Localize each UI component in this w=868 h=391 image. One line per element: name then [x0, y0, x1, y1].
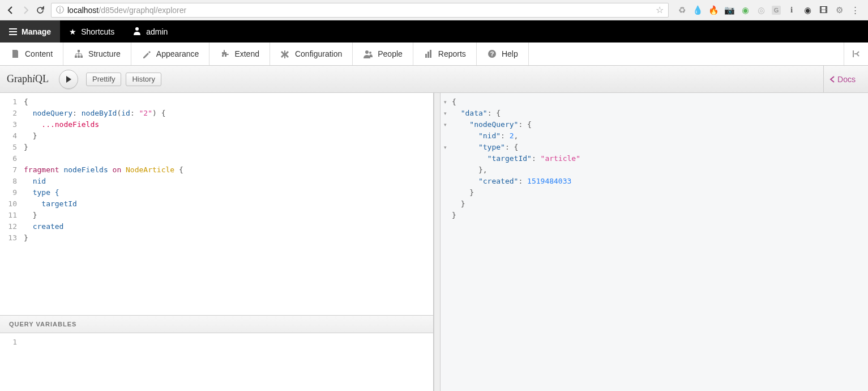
menu-help[interactable]: ? Help	[477, 42, 529, 65]
execute-button[interactable]	[59, 70, 78, 89]
docs-button[interactable]: Docs	[823, 66, 861, 92]
result-json[interactable]: { "data": { "nodeQuery": { "nid": 2, "ty…	[441, 93, 868, 221]
extension-icons: ♻ 💧 🔥 📷 ◉ ◎ G i ◉ 🎞 ⚙ ⋮	[672, 5, 865, 15]
url-path: /d85dev/graphql/explorer	[99, 6, 186, 15]
menu-reports[interactable]: Reports	[413, 42, 477, 65]
browser-toolbar: ⓘ localhost/d85dev/graphql/explorer ☆ ♻ …	[0, 0, 868, 20]
svg-point-6	[369, 52, 371, 54]
menu-label: Help	[502, 49, 518, 58]
svg-text:?: ?	[490, 50, 494, 57]
camera-icon[interactable]: 📷	[724, 5, 734, 15]
shortcuts-menu[interactable]: ★ Shortcuts	[60, 20, 123, 42]
back-button[interactable]	[3, 3, 18, 18]
configuration-icon	[280, 49, 290, 59]
url-host: localhost	[67, 6, 99, 15]
line-gutter: ▾1 2 3 4 5 6 ▾7 8 9 10 11 12 13	[0, 93, 20, 315]
info-icon[interactable]: i	[786, 5, 797, 15]
graphiql-toolbar: GraphiQL Prettify History Docs	[0, 66, 868, 93]
menu-structure[interactable]: Structure	[63, 42, 131, 65]
extend-icon	[220, 49, 230, 59]
menu-people[interactable]: People	[353, 42, 413, 65]
chevron-left-icon	[829, 76, 835, 83]
reload-button[interactable]	[33, 3, 48, 18]
drupal-admin-menu: Content Structure Appearance Extend Conf…	[0, 42, 868, 66]
user-icon	[132, 26, 142, 37]
result-pane: ▾▾▾▾ { "data": { "nodeQuery": { "nid": 2…	[441, 93, 868, 391]
star-icon: ★	[69, 27, 76, 36]
query-code[interactable]: { nodeQuery: nodeById(id: "2") { ...node…	[20, 93, 183, 315]
menu-dots-icon[interactable]: ⋮	[850, 5, 860, 15]
svg-rect-9	[430, 50, 431, 58]
menu-extend[interactable]: Extend	[209, 42, 270, 65]
help-icon: ?	[487, 49, 497, 59]
menu-label: People	[378, 49, 403, 58]
svg-rect-3	[78, 56, 80, 58]
hamburger-icon	[9, 28, 17, 35]
graphiql-body: ▾1 2 3 4 5 6 ▾7 8 9 10 11 12 13 { nodeQu…	[0, 93, 868, 391]
target-icon[interactable]: ◉	[802, 5, 813, 15]
query-variables-header[interactable]: Query Variables	[0, 315, 433, 333]
docs-label: Docs	[837, 75, 856, 84]
menu-label: Appearance	[156, 49, 199, 58]
drupal-icon[interactable]: 💧	[692, 5, 703, 15]
recycle-icon[interactable]: ♻	[677, 5, 687, 15]
result-fold-gutter: ▾▾▾▾	[444, 93, 447, 153]
people-icon	[363, 49, 373, 59]
menu-content[interactable]: Content	[0, 42, 63, 65]
collapse-toolbar-button[interactable]	[844, 42, 868, 65]
circle-icon[interactable]: ◉	[740, 5, 750, 15]
ring-icon[interactable]: ◎	[756, 5, 766, 15]
query-editor-pane: ▾1 2 3 4 5 6 ▾7 8 9 10 11 12 13 { nodeQu…	[0, 93, 434, 391]
reports-icon	[424, 49, 434, 59]
shortcuts-label: Shortcuts	[81, 27, 114, 36]
menu-label: Structure	[88, 49, 121, 58]
resize-handle[interactable]	[434, 93, 441, 391]
prettify-button[interactable]: Prettify	[86, 73, 121, 86]
svg-point-0	[135, 27, 139, 31]
svg-rect-7	[425, 54, 427, 58]
svg-rect-1	[78, 50, 80, 52]
variables-gutter: 1	[0, 333, 20, 391]
menu-label: Content	[25, 49, 53, 58]
svg-point-5	[365, 50, 369, 54]
query-variables-editor[interactable]: 1	[0, 333, 433, 391]
svg-rect-8	[427, 52, 429, 58]
query-variables-label: Query Variables	[9, 321, 76, 328]
g-square-icon[interactable]: G	[772, 6, 781, 15]
bookmark-star-icon[interactable]: ☆	[656, 5, 664, 15]
query-editor[interactable]: ▾1 2 3 4 5 6 ▾7 8 9 10 11 12 13 { nodeQu…	[0, 93, 433, 315]
gear-icon[interactable]: ⚙	[834, 5, 844, 15]
manage-label: Manage	[22, 27, 51, 36]
menu-appearance[interactable]: Appearance	[131, 42, 210, 65]
appearance-icon	[142, 49, 152, 59]
admin-label: admin	[146, 27, 168, 36]
menu-label: Configuration	[295, 49, 342, 58]
flame-icon[interactable]: 🔥	[708, 5, 719, 15]
menu-configuration[interactable]: Configuration	[270, 42, 353, 65]
menu-label: Extend	[234, 49, 259, 58]
menu-label: Reports	[438, 49, 466, 58]
drupal-admin-toolbar: Manage ★ Shortcuts admin	[0, 20, 868, 42]
film-icon[interactable]: 🎞	[818, 5, 828, 15]
svg-rect-2	[75, 56, 77, 58]
address-bar[interactable]: ⓘ localhost/d85dev/graphql/explorer ☆	[51, 3, 669, 18]
svg-rect-4	[80, 56, 83, 58]
history-button[interactable]: History	[126, 73, 161, 86]
structure-icon	[74, 49, 84, 59]
graphiql-title: GraphiQL	[7, 73, 49, 85]
content-icon	[10, 49, 20, 59]
forward-button[interactable]	[18, 3, 33, 18]
admin-user-menu[interactable]: admin	[123, 20, 177, 42]
manage-menu[interactable]: Manage	[0, 20, 60, 42]
